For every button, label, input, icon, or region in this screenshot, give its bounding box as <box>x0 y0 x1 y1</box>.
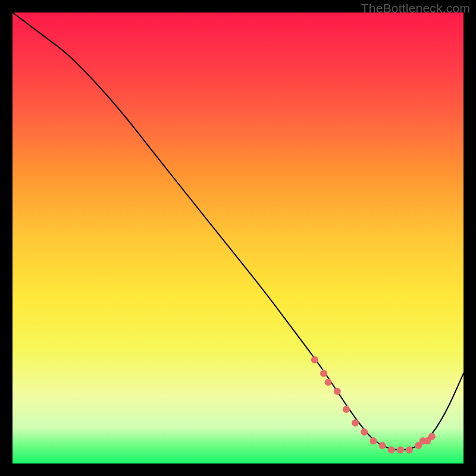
chart-plot-area <box>12 12 464 464</box>
chart-svg <box>12 12 464 464</box>
highlight-dot <box>343 406 350 413</box>
highlight-dot <box>325 379 332 386</box>
highlight-dot <box>379 442 386 449</box>
highlight-dot <box>397 446 404 453</box>
highlight-dot <box>369 437 377 444</box>
highlight-dots-group <box>311 356 436 454</box>
main-curve <box>12 12 464 450</box>
highlight-dot <box>334 388 341 395</box>
highlight-dot <box>320 369 327 377</box>
highlight-dot <box>311 356 318 364</box>
highlight-dot <box>388 446 395 453</box>
highlight-dot <box>406 446 413 453</box>
highlight-dot <box>361 428 368 436</box>
watermark-text: TheBottleneck.com <box>361 1 470 15</box>
highlight-dot <box>428 433 436 440</box>
highlight-dot <box>352 419 359 427</box>
